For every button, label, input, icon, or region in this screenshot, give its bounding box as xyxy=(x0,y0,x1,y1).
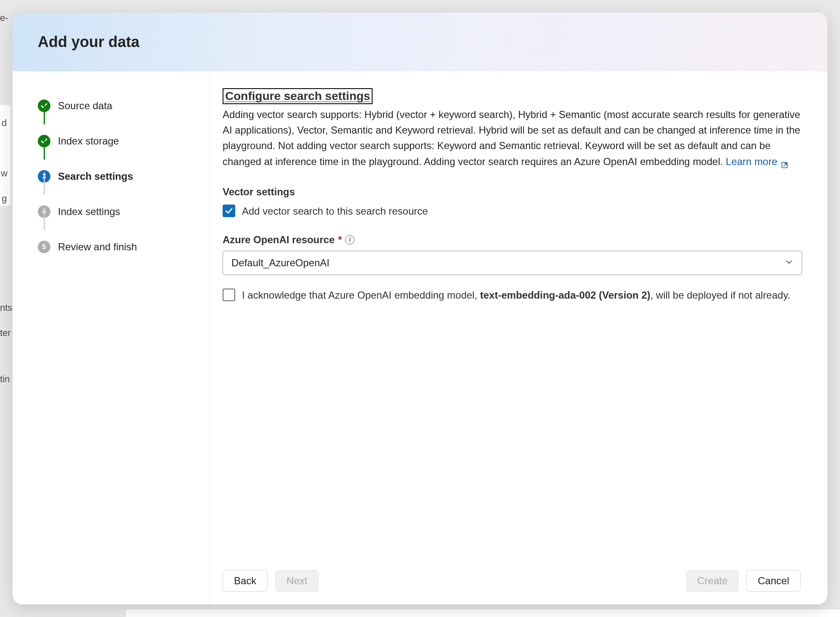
acknowledge-text: I acknowledge that Azure OpenAI embeddin… xyxy=(242,288,790,303)
page-title: Configure search settings xyxy=(223,88,373,104)
bg-bar xyxy=(126,609,840,617)
step-source-data[interactable]: Source data xyxy=(38,88,197,123)
chevron-down-icon xyxy=(785,257,793,269)
acknowledge-deploy-checkbox-row[interactable]: I acknowledge that Azure OpenAI embeddin… xyxy=(223,288,802,303)
modal-title: Add your data xyxy=(13,13,827,71)
create-button: Create xyxy=(686,570,739,592)
step-connector xyxy=(44,172,45,195)
step-index-settings[interactable]: 4 Index settings xyxy=(38,194,197,229)
info-icon[interactable]: i xyxy=(345,235,354,244)
checkbox-label: Add vector search to this search resourc… xyxy=(242,204,428,219)
step-review-finish[interactable]: 5 Review and finish xyxy=(38,229,197,265)
ack-suffix: , will be deployed if not already. xyxy=(650,289,790,301)
step-number-icon: 5 xyxy=(38,241,50,253)
description-text: Adding vector search supports: Hybrid (v… xyxy=(223,107,802,169)
azure-openai-resource-select[interactable]: Default_AzureOpenAI xyxy=(223,251,802,275)
step-connector xyxy=(44,102,45,124)
wizard-footer: Back Next Create Cancel xyxy=(223,562,802,592)
bg-text: ter xyxy=(0,328,11,339)
azure-openai-resource-label: Azure OpenAI resource * i xyxy=(223,234,802,246)
bg-text: e- xyxy=(0,13,8,24)
checkbox-checked-icon[interactable] xyxy=(223,205,235,217)
step-label: Index settings xyxy=(58,194,120,229)
description-body: Adding vector search supports: Hybrid (v… xyxy=(223,109,800,167)
bg-text: g xyxy=(2,193,7,204)
vector-settings-heading: Vector settings xyxy=(223,186,802,198)
add-your-data-modal: Add your data Source data Index storage xyxy=(13,13,827,604)
step-label: Index storage xyxy=(58,123,119,159)
learn-more-label: Learn more xyxy=(726,154,777,169)
learn-more-link[interactable]: Learn more xyxy=(726,154,788,169)
bg-text: d xyxy=(2,118,7,129)
step-connector xyxy=(44,137,45,160)
wizard-steps-sidebar: Source data Index storage 3 Search setti… xyxy=(13,71,210,604)
checkbox-unchecked-icon[interactable] xyxy=(223,289,235,301)
back-button[interactable]: Back xyxy=(223,570,268,592)
next-button: Next xyxy=(275,570,318,592)
wizard-step-content: Configure search settings Adding vector … xyxy=(210,71,827,604)
step-connector xyxy=(44,207,45,230)
step-label: Source data xyxy=(58,88,112,123)
step-label: Search settings xyxy=(58,159,133,194)
external-link-icon xyxy=(781,158,788,165)
select-value: Default_AzureOpenAI xyxy=(231,257,329,269)
required-asterisk: * xyxy=(338,234,342,246)
field-label-text: Azure OpenAI resource xyxy=(223,234,335,246)
ack-model: text-embedding-ada-002 (Version 2) xyxy=(480,289,650,301)
cancel-button[interactable]: Cancel xyxy=(746,570,801,592)
bg-text: w xyxy=(1,168,8,179)
ack-prefix: I acknowledge that Azure OpenAI embeddin… xyxy=(242,289,480,301)
modal-body: Source data Index storage 3 Search setti… xyxy=(13,71,827,604)
step-index-storage[interactable]: Index storage xyxy=(38,123,197,159)
bg-text: nts xyxy=(0,302,12,313)
step-search-settings[interactable]: 3 Search settings xyxy=(38,159,197,194)
bg-text: tin xyxy=(0,374,10,385)
step-label: Review and finish xyxy=(58,229,137,265)
add-vector-search-checkbox-row[interactable]: Add vector search to this search resourc… xyxy=(223,204,802,219)
